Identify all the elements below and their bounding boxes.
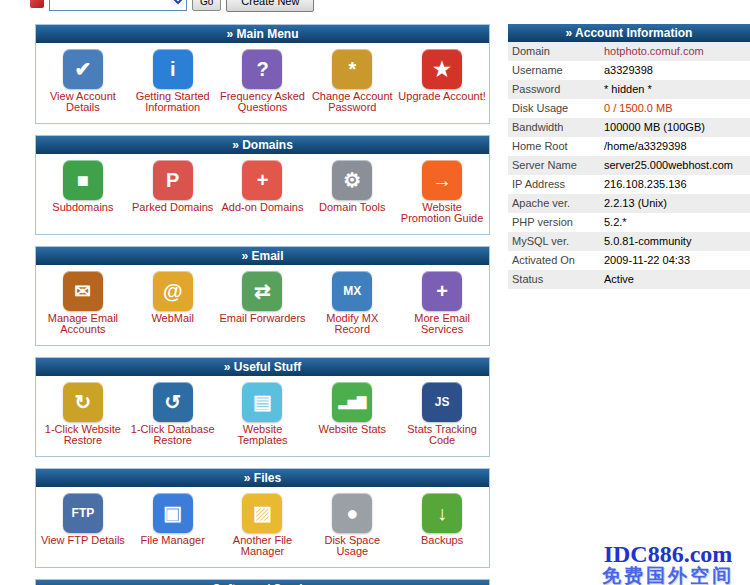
account-row-value: server25.000webhost.com	[604, 156, 733, 175]
menu-item-website-templates[interactable]: ▤ Website Templates	[218, 382, 308, 446]
menu-item-label: Backups	[397, 535, 487, 546]
domain-select[interactable]	[49, 0, 187, 11]
account-info-header: » Account Information	[508, 24, 750, 42]
section-header-useful-stuff: » Useful Stuff	[36, 358, 489, 376]
menu-item-getting-started[interactable]: i Getting Started Information	[128, 49, 218, 113]
menu-item-label: 1-Click Website Restore	[38, 424, 128, 446]
account-row-value: * hidden *	[604, 80, 652, 99]
menu-item-file-manager[interactable]: ▣ File Manager	[128, 493, 218, 546]
section-header-domains: » Domains	[36, 136, 489, 154]
account-row-apache-version: Apache ver. 2.2.13 (Unix)	[508, 194, 750, 213]
backup-arrow-icon: ↓	[422, 493, 462, 533]
promotion-arrow-icon: →	[422, 160, 462, 200]
mail-forward-icon: ⇄	[242, 271, 282, 311]
database-restore-icon: ↺	[153, 382, 193, 422]
account-row-value: hotphoto.comuf.com	[604, 42, 704, 61]
section-software-services: » Software / Services ▣ ◆ S ~	[35, 579, 490, 585]
account-row-server-name: Server Name server25.000webhost.com	[508, 156, 750, 175]
section-header-software-services: » Software / Services	[36, 580, 489, 585]
menu-item-backups[interactable]: ↓ Backups	[397, 493, 487, 546]
account-row-value: 100000 MB (100GB)	[604, 118, 705, 137]
cubes-icon: ■	[63, 160, 103, 200]
topbar: Go Create New	[30, 0, 314, 13]
menu-item-another-file-manager[interactable]: ▨ Another File Manager	[218, 493, 308, 557]
menu-item-label: Change Account Password	[307, 91, 397, 113]
menu-item-disk-space-usage[interactable]: ● Disk Space Usage	[307, 493, 397, 557]
section-header-main-menu: » Main Menu	[36, 25, 489, 43]
menu-item-parked-domains[interactable]: P Parked Domains	[128, 160, 218, 213]
menu-item-manage-email-accounts[interactable]: ✉ Manage Email Accounts	[38, 271, 128, 335]
useful-stuff-items: ↻ 1-Click Website Restore ↺ 1-Click Data…	[36, 376, 489, 456]
account-row-value: Active	[604, 270, 634, 289]
account-row-label: Username	[512, 61, 604, 80]
menu-item-faq[interactable]: ? Frequency Asked Questions	[218, 49, 308, 113]
account-row-bandwidth: Bandwidth 100000 MB (100GB)	[508, 118, 750, 137]
account-row-mysql-version: MySQL ver. 5.0.81-community	[508, 232, 750, 251]
mx-record-icon: MX	[332, 271, 372, 311]
account-row-value: a3329398	[604, 61, 653, 80]
menu-item-label: View Account Details	[38, 91, 128, 113]
account-row-label: MySQL ver.	[512, 232, 604, 251]
menu-item-upgrade-account[interactable]: ★ Upgrade Account!	[397, 49, 487, 102]
menu-item-label: Add-on Domains	[218, 202, 308, 213]
account-row-value: /home/a3329398	[604, 137, 687, 156]
ftp-server-icon: FTP	[63, 493, 103, 533]
menu-item-label: Another File Manager	[218, 535, 308, 557]
menu-item-email-forwarders[interactable]: ⇄ Email Forwarders	[218, 271, 308, 324]
menu-item-website-restore[interactable]: ↻ 1-Click Website Restore	[38, 382, 128, 446]
main-menu-items: ✔ View Account Details i Getting Started…	[36, 43, 489, 123]
menu-item-view-account-details[interactable]: ✔ View Account Details	[38, 49, 128, 113]
section-header-files: » Files	[36, 469, 489, 487]
menu-item-database-restore[interactable]: ↺ 1-Click Database Restore	[128, 382, 218, 446]
create-new-button[interactable]: Create New	[226, 0, 314, 12]
account-row-label: Home Root	[512, 137, 604, 156]
menu-item-website-stats[interactable]: ▂▅▇ Website Stats	[307, 382, 397, 435]
webmail-icon: @	[153, 271, 193, 311]
keys-icon: *	[332, 49, 372, 89]
templates-icon: ▤	[242, 382, 282, 422]
account-row-label: IP Address	[512, 175, 604, 194]
addon-domains-icon: +	[242, 160, 282, 200]
account-row-label: Domain	[512, 42, 604, 61]
account-row-label: Disk Usage	[512, 99, 604, 118]
menu-item-webmail[interactable]: @ WebMail	[128, 271, 218, 324]
control-panel-page: Go Create New » Main Menu ✔ View Account…	[0, 0, 750, 585]
app-icon	[30, 0, 44, 8]
menu-item-view-ftp-details[interactable]: FTP View FTP Details	[38, 493, 128, 546]
menu-item-addon-domains[interactable]: + Add-on Domains	[218, 160, 308, 213]
menu-item-label: Upgrade Account!	[397, 91, 487, 102]
folder-icon: ▨	[242, 493, 282, 533]
menu-item-website-promotion-guide[interactable]: → Website Promotion Guide	[397, 160, 487, 224]
account-row-value: 216.108.235.136	[604, 175, 687, 194]
account-row-value: 2009-11-22 04:33	[604, 251, 690, 270]
account-row-label: Bandwidth	[512, 118, 604, 137]
account-row-value: 0 / 1500.0 MB	[604, 99, 673, 118]
menu-item-label: Getting Started Information	[128, 91, 218, 113]
menu-item-label: Website Templates	[218, 424, 308, 446]
account-row-label: Activated On	[512, 251, 604, 270]
account-info-panel: » Account Information Domain hotphoto.co…	[508, 24, 750, 289]
menu-item-more-email-services[interactable]: + More Email Services	[397, 271, 487, 335]
watermark: IDC886.com 免费国外空间	[588, 542, 748, 585]
account-row-value: 5.2.*	[604, 213, 627, 232]
mailbox-icon: ✉	[63, 271, 103, 311]
account-row-value: 5.0.81-community	[604, 232, 691, 251]
menu-item-subdomains[interactable]: ■ Subdomains	[38, 160, 128, 213]
menu-item-label: Domain Tools	[307, 202, 397, 213]
account-row-domain: Domain hotphoto.comuf.com	[508, 42, 750, 61]
menu-item-stats-tracking-code[interactable]: JS Stats Tracking Code	[397, 382, 487, 446]
menu-item-label: Manage Email Accounts	[38, 313, 128, 335]
section-main-menu: » Main Menu ✔ View Account Details i Get…	[35, 24, 490, 124]
email-items: ✉ Manage Email Accounts @ WebMail ⇄ Emai…	[36, 265, 489, 345]
menu-item-label: Subdomains	[38, 202, 128, 213]
watermark-cn-text: 免费国外空间	[588, 566, 748, 585]
menu-item-label: 1-Click Database Restore	[128, 424, 218, 446]
file-manager-icon: ▣	[153, 493, 193, 533]
menu-item-modify-mx-record[interactable]: MX Modify MX Record	[307, 271, 397, 335]
menu-item-change-password[interactable]: * Change Account Password	[307, 49, 397, 113]
account-row-status: Status Active	[508, 270, 750, 289]
menu-item-domain-tools[interactable]: ⚙ Domain Tools	[307, 160, 397, 213]
account-row-label: Status	[512, 270, 604, 289]
go-button[interactable]: Go	[192, 0, 221, 11]
section-useful-stuff: » Useful Stuff ↻ 1-Click Website Restore…	[35, 357, 490, 457]
